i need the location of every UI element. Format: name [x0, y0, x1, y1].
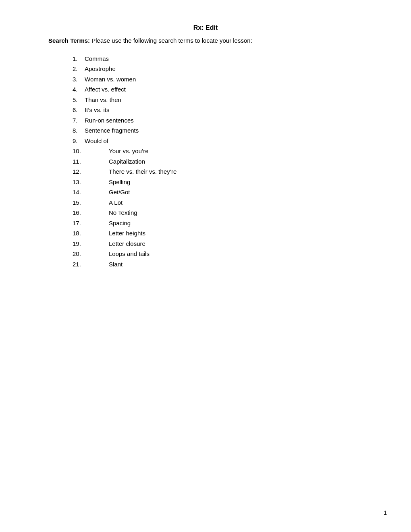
list-item-number: 16.	[73, 208, 109, 218]
list-item: 12.There vs. their vs. they’re	[73, 166, 363, 177]
list-item: 17.Spacing	[73, 218, 363, 229]
list-item-text: It’s vs. its	[85, 105, 363, 115]
list-item-number: 11.	[73, 156, 109, 167]
list-item: 10.Your vs. you’re	[73, 146, 363, 156]
list-item-number: 6.	[73, 105, 85, 115]
list-item: 13.Spelling	[73, 177, 363, 187]
list-item-text: Commas	[85, 54, 363, 64]
search-terms-text: Please use the following search terms to…	[90, 37, 252, 44]
search-terms-label: Search Terms:	[48, 37, 90, 44]
list-item: 18.Letter heights	[73, 228, 363, 239]
list-item: 9.Would of	[73, 136, 363, 146]
page-title: Rx: Edit	[48, 24, 363, 31]
list-item-text: There vs. their vs. they’re	[109, 166, 363, 177]
list-item-number: 8.	[73, 125, 85, 136]
list-item: 16.No Texting	[73, 208, 363, 218]
list-item: 7.Run-on sentences	[73, 115, 363, 126]
list-item-text: Letter heights	[109, 228, 363, 239]
list-item-text: Capitalization	[109, 156, 363, 167]
list-item-text: Get/Got	[109, 187, 363, 197]
list-item-text: Loops and tails	[109, 249, 363, 259]
list-item-number: 5.	[73, 95, 85, 105]
list-item: 8.Sentence fragments	[73, 125, 363, 136]
page: Rx: Edit Search Terms: Please use the fo…	[0, 0, 411, 532]
list-item-text: Woman vs. women	[85, 74, 363, 85]
page-number: 1	[384, 509, 387, 516]
list-item: 14.Get/Got	[73, 187, 363, 197]
list-item-text: Spacing	[109, 218, 363, 229]
list-item-number: 1.	[73, 54, 85, 64]
search-terms-intro: Search Terms: Please use the following s…	[48, 36, 363, 46]
list-item-number: 12.	[73, 166, 109, 177]
list-item-number: 14.	[73, 187, 109, 197]
list-item: 2.Apostrophe	[73, 64, 363, 74]
list-item: 19.Letter closure	[73, 239, 363, 249]
list-item-text: Would of	[85, 136, 363, 146]
list-item-number: 2.	[73, 64, 85, 74]
list-item-text: Spelling	[109, 177, 363, 187]
list-item-number: 3.	[73, 74, 85, 85]
list-item-text: Slant	[109, 259, 363, 270]
list-container: 1.Commas2.Apostrophe3.Woman vs. women4.A…	[73, 54, 363, 270]
list-item-text: Your vs. you’re	[109, 146, 363, 156]
list-item: 21.Slant	[73, 259, 363, 270]
list-item-text: Affect vs. effect	[85, 84, 363, 95]
list-item-number: 21.	[73, 259, 109, 270]
list-item-text: Run-on sentences	[85, 115, 363, 126]
list-item-text: No Texting	[109, 208, 363, 218]
list-item: 5.Than vs. then	[73, 95, 363, 105]
list-item-text: Sentence fragments	[85, 125, 363, 136]
list-item-number: 19.	[73, 239, 109, 249]
list-item: 15.A Lot	[73, 197, 363, 208]
list-item-text: Than vs. then	[85, 95, 363, 105]
list-item-text: Letter closure	[109, 239, 363, 249]
list-item-number: 18.	[73, 228, 109, 239]
list-item-number: 7.	[73, 115, 85, 126]
list-item: 6.It’s vs. its	[73, 105, 363, 115]
list-item-number: 10.	[73, 146, 109, 156]
list-item-number: 20.	[73, 249, 109, 259]
list-item-number: 13.	[73, 177, 109, 187]
list-item: 11.Capitalization	[73, 156, 363, 167]
list-item: 4.Affect vs. effect	[73, 84, 363, 95]
list-item: 1.Commas	[73, 54, 363, 64]
list-item-text: Apostrophe	[85, 64, 363, 74]
list-item: 20.Loops and tails	[73, 249, 363, 259]
list-item-number: 17.	[73, 218, 109, 229]
list-item-number: 15.	[73, 197, 109, 208]
list-item-text: A Lot	[109, 197, 363, 208]
list-item-number: 4.	[73, 84, 85, 95]
list-item: 3.Woman vs. women	[73, 74, 363, 85]
list-item-number: 9.	[73, 136, 85, 146]
